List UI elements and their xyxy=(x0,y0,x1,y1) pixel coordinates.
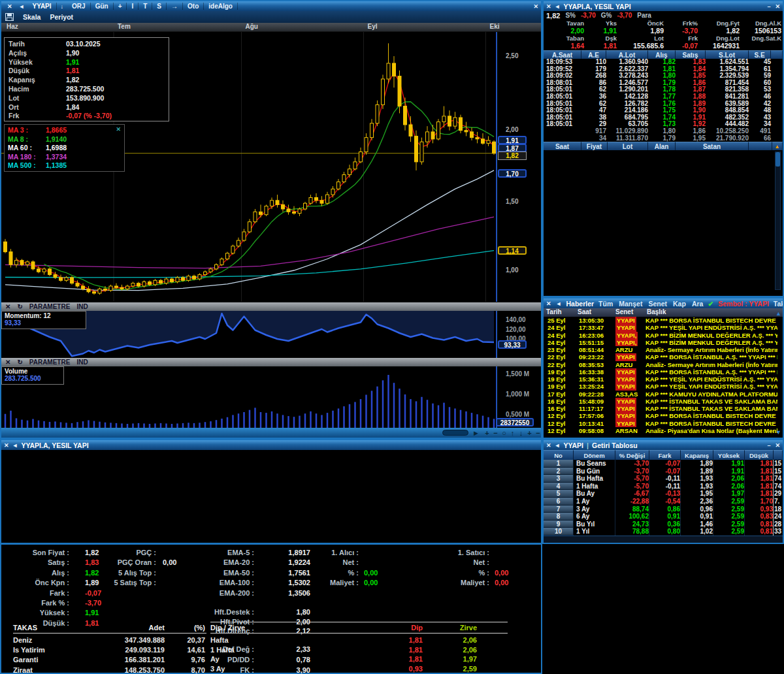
getiri-row[interactable]: 5Bu Ay-6,67-0,131,951,971,8129 xyxy=(544,490,783,498)
scroll-right-icon[interactable]: ► xyxy=(472,429,480,437)
getiri-row[interactable]: 101 Yıl78,880,801,022,590,8133 xyxy=(544,528,783,536)
news-row[interactable]: 16 Eyl15:48:09YYAPIKAP *** İSTANBUL TAKA… xyxy=(544,398,783,405)
symbol-dropdown-icon[interactable]: ↓ xyxy=(57,3,68,10)
news-row[interactable]: 23 Eyl08:51:44ARZUAnaliz- Sermaye Artırı… xyxy=(544,346,783,353)
getiri-col-Dönem[interactable]: Dönem xyxy=(574,450,615,460)
col-tarih[interactable]: Tarih xyxy=(544,308,578,317)
toolbar-item-T[interactable]: T xyxy=(139,3,152,10)
close-icon[interactable]: ✕ xyxy=(546,300,551,307)
close-icon[interactable]: ✕ xyxy=(546,3,551,10)
momentum-refresh-icon[interactable]: ↻ xyxy=(17,303,22,310)
minimize-icon[interactable]: – xyxy=(767,442,770,449)
symbol-filter[interactable]: Sembol : YYAPI xyxy=(718,300,769,308)
volume-parametre[interactable]: PARAMETRE xyxy=(29,359,71,366)
news-row[interactable]: 12 Eyl10:13:41YYAPIKAP *** BORSA İSTANBU… xyxy=(544,420,783,427)
menu-takvim[interactable]: Takvim xyxy=(774,300,783,308)
news-menu-Manşet[interactable]: Manşet xyxy=(619,300,642,308)
chart-zoom-button[interactable]: + xyxy=(483,429,491,437)
news-row[interactable]: 12 Eyl17:57:06YYAPIKAP *** BORSA İSTANBU… xyxy=(544,412,783,419)
volume-refresh-icon[interactable]: ↻ xyxy=(17,359,22,366)
news-row[interactable]: 16 Eyl11:17:17YYAPIKAP *** İSTANBUL TAKA… xyxy=(544,405,783,412)
tick-col-Saat[interactable]: Saat xyxy=(544,142,581,150)
close-icon[interactable]: ✕ xyxy=(546,442,551,449)
news-row[interactable]: 19 Eyl15:36:31YYAPIKAP *** YEŞİL YAPI EN… xyxy=(544,376,783,383)
news-list[interactable]: 25 Eyl13:05:30YYAPIKAP *** BORSA İSTANBU… xyxy=(544,317,783,434)
getiri-col-No[interactable]: No xyxy=(544,450,574,460)
getiri-row[interactable]: 2Bu Gün-3,70-0,071,891,911,8115 xyxy=(544,468,783,475)
back-icon[interactable]: ◄ xyxy=(12,442,18,449)
depth-row[interactable]: 18:09:531101.360.9401,821,831.624.55145 xyxy=(544,59,783,66)
toolbar-item-→[interactable]: → xyxy=(167,3,183,10)
news-row[interactable]: 22 Eyl09:23:22YYAPIKAP *** BORSA İSTANBU… xyxy=(544,353,783,361)
news-row[interactable]: 25 Eyl13:05:30YYAPIKAP *** BORSA İSTANBU… xyxy=(544,317,783,324)
depth-scrollbar[interactable] xyxy=(775,152,781,290)
getiri-col-Fark[interactable]: Fark xyxy=(649,450,681,460)
para-menu[interactable]: Para xyxy=(637,12,651,19)
news-row[interactable]: 19 Eyl13:25:24YYAPIKAP *** YEŞİL YAPI EN… xyxy=(544,383,783,390)
back-icon[interactable]: ◄ xyxy=(555,3,561,10)
toolbar-item-S[interactable]: S xyxy=(152,3,167,10)
news-scroll-down-icon[interactable]: ▼ xyxy=(776,429,781,436)
news-row[interactable]: 24 Eyl17:33:47YYAPIKAP *** YEŞİL YAPI EN… xyxy=(544,324,783,331)
col-saat[interactable]: Saat xyxy=(578,308,615,317)
depth-row[interactable]: 18:05:0136142.1281,771,88841.28146 xyxy=(544,93,783,101)
toolbar-item-Oto[interactable]: Oto xyxy=(183,3,204,10)
toolbar-item-I[interactable]: I xyxy=(127,3,139,10)
menu-periyot[interactable]: Periyot xyxy=(50,13,73,21)
symbol-tab[interactable]: YYAPI xyxy=(27,3,56,10)
momentum-ind[interactable]: IND xyxy=(76,303,88,310)
close-icon[interactable]: ✕ xyxy=(4,442,9,449)
momentum-parametre[interactable]: PARAMETRE xyxy=(29,303,71,310)
tick-col-Satan[interactable]: Satan xyxy=(676,142,749,150)
chart-zoom-button[interactable]: + xyxy=(525,429,534,437)
toolbar-item-+[interactable]: + xyxy=(114,3,127,10)
quote-close-icon[interactable]: ✕ xyxy=(775,3,780,10)
news-row[interactable]: 17 Eyl09:22:28AS3,ASKAP *** KAMUYU AYDIN… xyxy=(544,391,783,398)
volume-close-icon[interactable]: ✕ xyxy=(5,359,10,366)
news-menu-Senet[interactable]: Senet xyxy=(648,300,667,308)
news-scroll-up-icon[interactable]: ▲ xyxy=(776,310,781,317)
close-icon[interactable]: ✕ xyxy=(4,3,16,10)
tick-col-Alan[interactable]: Alan xyxy=(648,142,676,150)
news-row[interactable]: 24 Eyl15:51:15YYAPI,KAP *** BİZİM MENKUL… xyxy=(544,339,783,346)
col-baslik[interactable]: Başlık xyxy=(647,308,666,317)
momentum-plot[interactable]: 140,00120,00100,0093,33 Momentum: 12 93,… xyxy=(1,311,541,358)
toolbar-item-ORJ[interactable]: ORJ xyxy=(67,3,91,10)
getiri-row[interactable]: 3Bu Hafta-5,70-0,111,932,061,8174 xyxy=(544,475,783,483)
depth-row[interactable]: 91711.029.8901,801,8610.258.250491 xyxy=(544,128,783,135)
menu-skala[interactable]: Skala xyxy=(23,13,41,21)
getiri-row[interactable]: 9Bu Yıl24,730,361,462,590,8128 xyxy=(544,521,783,528)
back-icon[interactable]: ◄ xyxy=(555,442,561,449)
chart-zoom-button[interactable]: − xyxy=(534,429,542,437)
getiri-col-% Değişi[interactable]: % Değişi xyxy=(615,450,649,460)
news-row[interactable]: 22 Eyl08:35:53ARZUAnaliz- Sermaye Artırı… xyxy=(544,361,783,368)
back-icon[interactable]: ◄ xyxy=(16,3,28,10)
save-icon[interactable] xyxy=(5,13,14,21)
news-row[interactable]: 24 Eyl16:23:06YYAPI,KAP *** BİZİM MENKUL… xyxy=(544,332,783,339)
depth-row[interactable]: 3411.311.8701,791,9521.790.92066 xyxy=(544,135,783,142)
volume-ind[interactable]: IND xyxy=(76,359,88,366)
getiri-scroll-strip[interactable] xyxy=(544,536,783,543)
toolbar-item-Gün[interactable]: Gün xyxy=(91,3,114,10)
minimize-icon[interactable]: – xyxy=(767,3,770,10)
news-menu-Tüm[interactable]: Tüm xyxy=(598,300,613,308)
toolbar-item-ideAlgo[interactable]: ideAlgo xyxy=(204,3,238,10)
depth-table[interactable]: 18:09:531101.360.9401,821,831.624.551451… xyxy=(544,59,783,142)
ma-legend-close-icon[interactable]: ✕ xyxy=(116,126,121,133)
col-senet[interactable]: Senet xyxy=(615,308,647,317)
volume-plot[interactable]: 1,500 M1,000 M0,500 M28372550 Volume 283… xyxy=(1,366,541,430)
getiri-row[interactable]: 86 Ay100,620,910,912,590,8324 xyxy=(544,513,783,521)
getiri-row[interactable]: 61 Ay-22,88-0,542,362,591,707. xyxy=(544,498,783,506)
news-row[interactable]: 12 Eyl09:58:08ARSANAnaliz- Piyasa'dan Kı… xyxy=(544,427,783,434)
chart-zoom-button[interactable]: ○ xyxy=(500,429,508,437)
getiri-row[interactable]: 41 Hafta-5,70-0,111,932,061,8174 xyxy=(544,483,783,490)
getiri-col-Kapanış[interactable]: Kapanış xyxy=(681,450,713,460)
chart-scrollbar[interactable]: ► +−○↑↓+− xyxy=(1,428,541,438)
tick-col-Lot[interactable]: Lot xyxy=(608,142,648,150)
news-row[interactable]: 19 Eyl16:33:38YYAPIKAP *** BORSA İSTANBU… xyxy=(544,368,783,376)
chart-close-icon[interactable]: ✕ xyxy=(533,3,538,10)
tick-col-Fiyat[interactable]: Fiyat xyxy=(581,142,608,150)
depth-scroll-up-icon[interactable]: ▲ xyxy=(772,142,783,150)
getiri-col-Düşük[interactable]: Düşük xyxy=(745,450,774,460)
chart-zoom-button[interactable]: ↓ xyxy=(517,429,525,437)
